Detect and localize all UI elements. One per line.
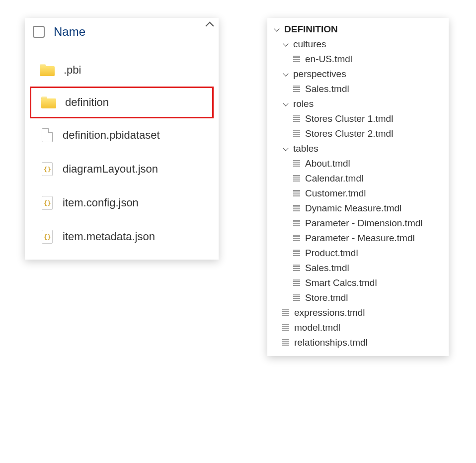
tree-file-expressions-tmdl[interactable]: expressions.tmdl — [269, 305, 447, 320]
explorer-item--pbi[interactable]: .pbi — [25, 54, 219, 87]
file-lines-icon — [293, 265, 300, 272]
tree-file-label: About.tmdl — [305, 158, 350, 169]
tree-folder-label: roles — [293, 98, 314, 109]
tree-file-label: en-US.tmdl — [305, 54, 352, 65]
file-lines-icon — [282, 309, 289, 316]
item-label: .pbi — [64, 64, 81, 77]
tree-file-model-tmdl[interactable]: model.tmdl — [269, 320, 447, 335]
item-label: definition.pbidataset — [63, 129, 160, 142]
tree-file-en-US-tmdl[interactable]: en-US.tmdl — [269, 52, 447, 67]
tree-file-Product-tmdl[interactable]: Product.tmdl — [269, 246, 447, 261]
tree-file-Parameter---Dimension-tmdl[interactable]: Parameter - Dimension.tmdl — [269, 216, 447, 231]
explorer-item-definition-pbidataset[interactable]: definition.pbidataset — [25, 118, 219, 152]
file-lines-icon — [282, 324, 289, 331]
explorer-item-diagramLayout-json[interactable]: {}diagramLayout.json — [25, 152, 219, 186]
file-lines-icon — [293, 175, 300, 182]
json-file-icon: {} — [42, 230, 53, 244]
tree-file-Parameter---Measure-tmdl[interactable]: Parameter - Measure.tmdl — [269, 231, 447, 246]
file-lines-icon — [293, 294, 300, 301]
folder-icon — [41, 96, 56, 108]
tree-file-label: Customer.tmdl — [305, 188, 366, 199]
item-label: item.metadata.json — [63, 230, 155, 243]
file-icon — [42, 128, 53, 142]
folder-icon — [40, 64, 55, 76]
file-lines-icon — [293, 130, 300, 137]
tree-root-label: DEFINITION — [284, 24, 338, 35]
tree-root[interactable]: DEFINITION — [269, 22, 447, 37]
tree-folder-label: tables — [293, 143, 318, 154]
tree-file-label: Smart Calcs.tmdl — [305, 278, 377, 288]
tree-file-About-tmdl[interactable]: About.tmdl — [269, 156, 447, 171]
json-file-icon: {} — [42, 196, 53, 210]
item-label: item.config.json — [63, 196, 139, 209]
select-all-checkbox[interactable] — [33, 26, 45, 38]
chevron-down-icon — [282, 41, 289, 48]
tree-folder-label: perspectives — [293, 69, 346, 80]
tree-folder-roles[interactable]: roles — [269, 96, 447, 111]
file-lines-icon — [293, 160, 300, 167]
tree-file-Smart-Calcs-tmdl[interactable]: Smart Calcs.tmdl — [269, 276, 447, 290]
tree-file-relationships-tmdl[interactable]: relationships.tmdl — [269, 335, 447, 350]
tree-view-panel: DEFINITION culturesen-US.tmdlperspective… — [267, 18, 449, 356]
file-lines-icon — [293, 190, 300, 197]
column-header-name[interactable]: Name — [54, 25, 85, 39]
explorer-item-item-metadata-json[interactable]: {}item.metadata.json — [25, 220, 219, 254]
chevron-down-icon — [282, 100, 289, 107]
file-lines-icon — [293, 279, 300, 286]
explorer-item-definition[interactable]: definition — [30, 87, 214, 118]
tree-file-Sales-tmdl[interactable]: Sales.tmdl — [269, 261, 447, 276]
file-lines-icon — [293, 86, 300, 93]
tree-file-Stores-Cluster-1-tmdl[interactable]: Stores Cluster 1.tmdl — [269, 111, 447, 126]
tree-file-label: relationships.tmdl — [294, 337, 368, 348]
tree-file-label: Sales.tmdl — [305, 263, 349, 274]
tree-file-label: Product.tmdl — [305, 248, 358, 259]
json-file-icon: {} — [42, 162, 53, 176]
tree-file-label: Parameter - Measure.tmdl — [305, 233, 415, 244]
file-lines-icon — [293, 250, 300, 257]
file-lines-icon — [293, 220, 300, 227]
chevron-down-icon — [273, 26, 280, 33]
item-label: definition — [65, 96, 109, 109]
tree-file-label: Store.tmdl — [305, 292, 348, 303]
tree-file-label: Stores Cluster 1.tmdl — [305, 113, 393, 124]
tree-file-Customer-tmdl[interactable]: Customer.tmdl — [269, 186, 447, 201]
explorer-header: Name — [25, 18, 219, 44]
chevron-down-icon — [282, 145, 289, 152]
tree-folder-cultures[interactable]: cultures — [269, 37, 447, 52]
file-lines-icon — [293, 205, 300, 212]
tree-file-label: model.tmdl — [294, 322, 340, 333]
item-label: diagramLayout.json — [63, 163, 158, 176]
tree-file-label: expressions.tmdl — [294, 307, 365, 318]
tree-file-Store-tmdl[interactable]: Store.tmdl — [269, 290, 447, 305]
tree-folder-label: cultures — [293, 39, 326, 50]
file-lines-icon — [282, 339, 289, 346]
file-lines-icon — [293, 56, 300, 63]
explorer-list: .pbidefinitiondefinition.pbidataset{}dia… — [25, 44, 219, 260]
explorer-item-item-config-json[interactable]: {}item.config.json — [25, 186, 219, 220]
tree-file-label: Parameter - Dimension.tmdl — [305, 218, 423, 229]
tree-folder-tables[interactable]: tables — [269, 141, 447, 156]
tree-file-Sales-tmdl[interactable]: Sales.tmdl — [269, 82, 447, 96]
tree-file-Calendar-tmdl[interactable]: Calendar.tmdl — [269, 171, 447, 186]
file-lines-icon — [293, 115, 300, 122]
tree-file-label: Sales.tmdl — [305, 84, 349, 94]
chevron-down-icon — [282, 71, 289, 78]
tree-file-label: Stores Cluster 2.tmdl — [305, 128, 393, 139]
file-lines-icon — [293, 235, 300, 242]
tree-file-label: Dynamic Measure.tmdl — [305, 203, 401, 214]
tree-folder-perspectives[interactable]: perspectives — [269, 67, 447, 82]
tree-file-Stores-Cluster-2-tmdl[interactable]: Stores Cluster 2.tmdl — [269, 126, 447, 141]
tree-file-label: Calendar.tmdl — [305, 173, 363, 184]
file-explorer-panel: Name .pbidefinitiondefinition.pbidataset… — [25, 18, 219, 260]
tree-file-Dynamic-Measure-tmdl[interactable]: Dynamic Measure.tmdl — [269, 201, 447, 216]
